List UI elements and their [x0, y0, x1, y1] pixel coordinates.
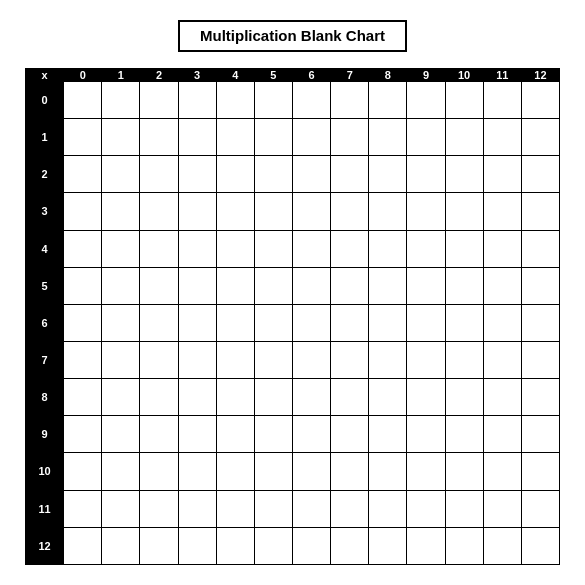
cell-5-7[interactable] — [331, 267, 369, 304]
cell-7-2[interactable] — [140, 341, 178, 378]
cell-6-3[interactable] — [178, 304, 216, 341]
cell-4-4[interactable] — [216, 230, 254, 267]
cell-6-0[interactable] — [64, 304, 102, 341]
cell-11-4[interactable] — [216, 490, 254, 527]
cell-6-4[interactable] — [216, 304, 254, 341]
cell-6-1[interactable] — [102, 304, 140, 341]
cell-3-6[interactable] — [292, 193, 330, 230]
cell-3-10[interactable] — [445, 193, 483, 230]
cell-6-11[interactable] — [483, 304, 521, 341]
cell-7-10[interactable] — [445, 341, 483, 378]
cell-2-8[interactable] — [369, 156, 407, 193]
cell-4-11[interactable] — [483, 230, 521, 267]
cell-10-8[interactable] — [369, 453, 407, 490]
cell-9-5[interactable] — [254, 416, 292, 453]
cell-8-10[interactable] — [445, 379, 483, 416]
cell-3-9[interactable] — [407, 193, 445, 230]
cell-12-0[interactable] — [64, 527, 102, 564]
cell-12-7[interactable] — [331, 527, 369, 564]
cell-5-6[interactable] — [292, 267, 330, 304]
cell-11-11[interactable] — [483, 490, 521, 527]
cell-10-2[interactable] — [140, 453, 178, 490]
cell-7-7[interactable] — [331, 341, 369, 378]
cell-2-11[interactable] — [483, 156, 521, 193]
cell-10-6[interactable] — [292, 453, 330, 490]
cell-9-9[interactable] — [407, 416, 445, 453]
cell-7-12[interactable] — [521, 341, 559, 378]
cell-3-0[interactable] — [64, 193, 102, 230]
cell-8-12[interactable] — [521, 379, 559, 416]
cell-6-2[interactable] — [140, 304, 178, 341]
cell-1-4[interactable] — [216, 119, 254, 156]
cell-2-5[interactable] — [254, 156, 292, 193]
cell-5-1[interactable] — [102, 267, 140, 304]
cell-1-3[interactable] — [178, 119, 216, 156]
cell-9-12[interactable] — [521, 416, 559, 453]
cell-1-5[interactable] — [254, 119, 292, 156]
cell-6-12[interactable] — [521, 304, 559, 341]
cell-8-9[interactable] — [407, 379, 445, 416]
cell-5-8[interactable] — [369, 267, 407, 304]
cell-0-9[interactable] — [407, 82, 445, 119]
cell-5-9[interactable] — [407, 267, 445, 304]
cell-4-0[interactable] — [64, 230, 102, 267]
cell-1-2[interactable] — [140, 119, 178, 156]
cell-7-8[interactable] — [369, 341, 407, 378]
cell-11-0[interactable] — [64, 490, 102, 527]
cell-2-9[interactable] — [407, 156, 445, 193]
cell-5-3[interactable] — [178, 267, 216, 304]
cell-2-12[interactable] — [521, 156, 559, 193]
cell-6-8[interactable] — [369, 304, 407, 341]
cell-0-3[interactable] — [178, 82, 216, 119]
cell-10-12[interactable] — [521, 453, 559, 490]
cell-4-12[interactable] — [521, 230, 559, 267]
cell-0-6[interactable] — [292, 82, 330, 119]
cell-12-12[interactable] — [521, 527, 559, 564]
cell-6-7[interactable] — [331, 304, 369, 341]
cell-8-3[interactable] — [178, 379, 216, 416]
cell-8-11[interactable] — [483, 379, 521, 416]
cell-2-1[interactable] — [102, 156, 140, 193]
cell-9-11[interactable] — [483, 416, 521, 453]
cell-8-6[interactable] — [292, 379, 330, 416]
cell-1-8[interactable] — [369, 119, 407, 156]
cell-9-8[interactable] — [369, 416, 407, 453]
cell-2-4[interactable] — [216, 156, 254, 193]
cell-6-6[interactable] — [292, 304, 330, 341]
cell-6-5[interactable] — [254, 304, 292, 341]
cell-11-5[interactable] — [254, 490, 292, 527]
cell-0-2[interactable] — [140, 82, 178, 119]
cell-12-2[interactable] — [140, 527, 178, 564]
cell-8-2[interactable] — [140, 379, 178, 416]
cell-7-4[interactable] — [216, 341, 254, 378]
cell-5-12[interactable] — [521, 267, 559, 304]
cell-11-10[interactable] — [445, 490, 483, 527]
cell-1-10[interactable] — [445, 119, 483, 156]
cell-11-9[interactable] — [407, 490, 445, 527]
cell-8-7[interactable] — [331, 379, 369, 416]
cell-4-6[interactable] — [292, 230, 330, 267]
cell-3-4[interactable] — [216, 193, 254, 230]
cell-11-6[interactable] — [292, 490, 330, 527]
cell-10-4[interactable] — [216, 453, 254, 490]
cell-9-6[interactable] — [292, 416, 330, 453]
cell-1-7[interactable] — [331, 119, 369, 156]
cell-9-4[interactable] — [216, 416, 254, 453]
cell-3-5[interactable] — [254, 193, 292, 230]
cell-9-3[interactable] — [178, 416, 216, 453]
cell-12-8[interactable] — [369, 527, 407, 564]
cell-9-2[interactable] — [140, 416, 178, 453]
cell-12-10[interactable] — [445, 527, 483, 564]
cell-4-3[interactable] — [178, 230, 216, 267]
cell-2-6[interactable] — [292, 156, 330, 193]
cell-5-10[interactable] — [445, 267, 483, 304]
cell-9-10[interactable] — [445, 416, 483, 453]
cell-0-12[interactable] — [521, 82, 559, 119]
cell-4-9[interactable] — [407, 230, 445, 267]
cell-4-1[interactable] — [102, 230, 140, 267]
cell-12-6[interactable] — [292, 527, 330, 564]
cell-2-10[interactable] — [445, 156, 483, 193]
cell-1-0[interactable] — [64, 119, 102, 156]
cell-8-1[interactable] — [102, 379, 140, 416]
cell-7-0[interactable] — [64, 341, 102, 378]
